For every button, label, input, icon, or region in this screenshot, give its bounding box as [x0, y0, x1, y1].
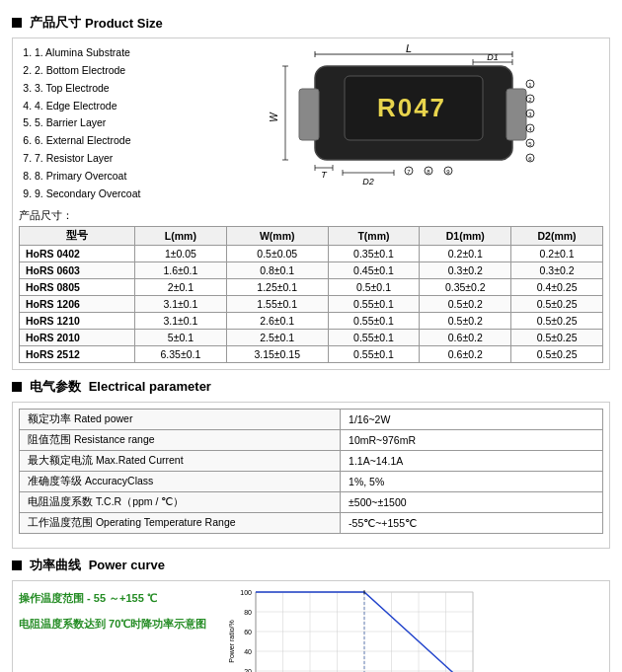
op-range-label: 操作温度范围 - 55 ～+155 ℃ — [19, 587, 216, 609]
component-item: 8. Primary Overcoat — [35, 168, 196, 186]
table-row: HoRS 08052±0.11.25±0.10.5±0.10.35±0.20.4… — [20, 278, 603, 295]
product-size-section: 产品尺寸 Product Size 1. Alumina Substrate2.… — [12, 14, 610, 370]
svg-text:20: 20 — [244, 668, 252, 672]
table-cell: 0.5±0.2 — [420, 312, 511, 329]
table-header: W(mm) — [226, 226, 328, 245]
power-curve-box: 操作温度范围 - 55 ～+155 ℃ 电阻温度系数达到 70℃时降功率示意图 — [12, 580, 610, 672]
chart-area: 100 80 60 40 20 0 0 20 40 60 80 100 120 … — [226, 587, 603, 672]
svg-text:80: 80 — [244, 609, 252, 616]
param-label: 电阻温度系数 T.C.R（ppm / ℃） — [20, 491, 341, 512]
table-row: HoRS 12103.1±0.12.6±0.10.55±0.10.5±0.20.… — [20, 312, 603, 329]
electrical-table: 额定功率 Rated power1/16~2W阻值范围 Resistance r… — [19, 409, 603, 534]
component-diagram: L D1 R047 — [204, 44, 603, 203]
table-header: L(mm) — [135, 226, 227, 245]
table-cell: HoRS 2010 — [20, 329, 135, 345]
table-header: 型号 — [20, 226, 135, 245]
table-cell: 0.5±0.25 — [511, 312, 603, 329]
table-cell: 0.35±0.2 — [420, 278, 511, 295]
table-cell: 0.5±0.2 — [420, 295, 511, 312]
power-curve-section: 功率曲线 Power curve 操作温度范围 - 55 ～+155 ℃ 电阻温… — [12, 557, 610, 672]
param-value: 10mR~976mR — [341, 429, 603, 450]
table-cell: 2.6±0.1 — [226, 312, 328, 329]
table-cell: 5±0.1 — [135, 329, 227, 345]
power-curve-container: 操作温度范围 - 55 ～+155 ℃ 电阻温度系数达到 70℃时降功率示意图 — [19, 587, 603, 672]
component-list: 1. Alumina Substrate2. Bottom Electrode3… — [19, 44, 196, 203]
svg-rect-11 — [299, 89, 319, 140]
table-cell: HoRS 0402 — [20, 245, 135, 261]
component-item: 6. External Electrode — [35, 132, 196, 150]
svg-text:9: 9 — [446, 169, 450, 175]
svg-text:60: 60 — [244, 629, 252, 635]
param-label: 工作温度范围 Operating Temperature Range — [20, 512, 341, 533]
electrical-title-cn: 电气参数 — [30, 378, 81, 396]
svg-text:7: 7 — [407, 169, 411, 175]
component-items: 1. Alumina Substrate2. Bottom Electrode3… — [19, 44, 196, 203]
table-cell: 3.1±0.1 — [135, 312, 227, 329]
table-header: D2(mm) — [511, 226, 603, 245]
table-cell: 0.4±0.25 — [511, 278, 603, 295]
table-cell: 0.6±0.2 — [420, 329, 511, 345]
component-item: 4. Edge Electrode — [35, 98, 196, 115]
product-size-title-cn: 产品尺寸 — [30, 14, 81, 32]
table-cell: 0.8±0.1 — [226, 261, 328, 278]
electrical-title: 电气参数 Electrical parameter — [12, 378, 610, 396]
component-item: 9. Secondary Overcoat — [35, 186, 196, 203]
table-cell: 0.5±0.25 — [511, 345, 603, 362]
table-header: D1(mm) — [420, 226, 511, 245]
param-label: 最大额定电流 Max.Rated Current — [20, 450, 341, 471]
electrical-param-row: 工作温度范围 Operating Temperature Range-55℃~+… — [20, 512, 603, 533]
svg-text:D2: D2 — [362, 177, 374, 187]
electrical-param-row: 阻值范围 Resistance range10mR~976mR — [20, 429, 603, 450]
power-curve-text: 操作温度范围 - 55 ～+155 ℃ 电阻温度系数达到 70℃时降功率示意图 — [19, 587, 216, 635]
param-value: ±500~±1500 — [341, 491, 603, 512]
svg-text:3: 3 — [528, 112, 532, 117]
product-size-top: 1. Alumina Substrate2. Bottom Electrode3… — [19, 44, 603, 203]
table-cell: 1±0.05 — [135, 245, 227, 261]
table-cell: HoRS 1206 — [20, 295, 135, 312]
electrical-param-row: 准确度等级 AccuracyClass1%, 5% — [20, 471, 603, 491]
svg-text:D1: D1 — [487, 52, 499, 62]
table-header: T(mm) — [328, 226, 420, 245]
table-cell: 3.15±0.15 — [226, 345, 328, 362]
table-cell: 0.5±0.25 — [511, 295, 603, 312]
table-row: HoRS 20105±0.12.5±0.10.55±0.10.6±0.20.5±… — [20, 329, 603, 345]
table-cell: 0.3±0.2 — [420, 261, 511, 278]
svg-text:W: W — [269, 112, 279, 122]
table-cell: 3.1±0.1 — [135, 295, 227, 312]
table-cell: 0.5±0.1 — [328, 278, 420, 295]
svg-text:Power ratio/%: Power ratio/% — [228, 620, 235, 663]
temp-note-label: 电阻温度系数达到 70℃时降功率示意图 — [19, 613, 216, 635]
svg-text:2: 2 — [528, 97, 532, 103]
svg-text:1: 1 — [528, 82, 532, 88]
title-bullet-2 — [12, 382, 22, 392]
component-item: 5. Barrier Layer — [35, 114, 196, 132]
table-cell: 0.5±0.05 — [226, 245, 328, 261]
component-item: 7. Resistor Layer — [35, 150, 196, 168]
table-label: 产品尺寸： — [19, 209, 73, 221]
title-bullet-3 — [12, 560, 22, 570]
table-cell: 1.55±0.1 — [226, 295, 328, 312]
param-value: 1/16~2W — [341, 409, 603, 429]
table-cell: 2±0.1 — [135, 278, 227, 295]
param-label: 阻值范围 Resistance range — [20, 429, 341, 450]
table-row: HoRS 12063.1±0.11.55±0.10.55±0.10.5±0.20… — [20, 295, 603, 312]
component-item: 3. Top Electrode — [35, 80, 196, 98]
electrical-param-row: 额定功率 Rated power1/16~2W — [20, 409, 603, 429]
table-cell: 1.6±0.1 — [135, 261, 227, 278]
table-cell: 0.55±0.1 — [328, 295, 420, 312]
table-cell: 0.55±0.1 — [328, 345, 420, 362]
svg-text:R047: R047 — [377, 93, 446, 122]
table-cell: 0.6±0.2 — [420, 345, 511, 362]
product-size-title: 产品尺寸 Product Size — [12, 14, 610, 32]
table-cell: 2.5±0.1 — [226, 329, 328, 345]
table-cell: HoRS 1210 — [20, 312, 135, 329]
svg-text:T: T — [321, 170, 328, 180]
power-curve-chart: 100 80 60 40 20 0 0 20 40 60 80 100 120 … — [226, 587, 493, 672]
svg-rect-12 — [506, 89, 526, 140]
table-cell: 0.3±0.2 — [511, 261, 603, 278]
table-cell: 1.25±0.1 — [226, 278, 328, 295]
table-cell: HoRS 0603 — [20, 261, 135, 278]
svg-text:6: 6 — [528, 156, 532, 162]
title-bullet — [12, 18, 22, 28]
table-cell: HoRS 0805 — [20, 278, 135, 295]
